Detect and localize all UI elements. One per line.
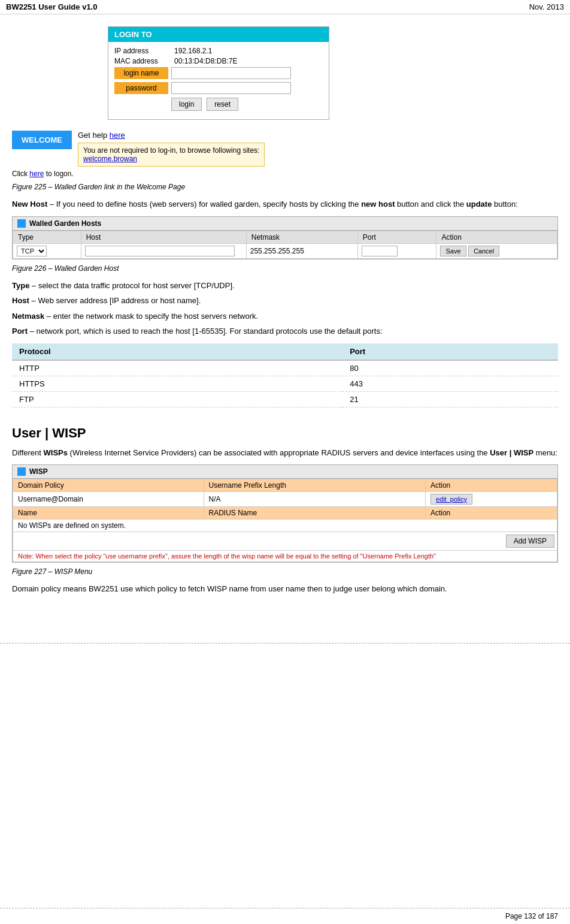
username-prefix-col: Username Prefix Length	[204, 479, 425, 492]
wg-hosts-data-row: TCP UDP 255.255.255.255 Save	[13, 243, 557, 258]
login-name-input[interactable]	[171, 67, 291, 79]
protocol-thead-row: Protocol Port	[12, 343, 558, 360]
wisp-widget: WISP Domain Policy Username Prefix Lengt…	[12, 464, 558, 563]
ip-value: 192.168.2.1	[174, 47, 212, 55]
row-type: TCP UDP	[13, 243, 81, 258]
mac-row: MAC address 00:13:D4:D8:DB:7E	[114, 57, 323, 65]
protocol-cell: FTP	[12, 391, 342, 407]
port-input[interactable]	[362, 246, 398, 256]
wisp-subheader-row: Name RADIUS Name Action	[13, 507, 557, 520]
definitions-list: Type – select the data traffic protocol …	[12, 280, 558, 337]
wg-hosts-table: Type Host Netmask Port Action TCP UDP	[13, 231, 557, 259]
reset-button[interactable]: reset	[207, 98, 238, 111]
row-host	[81, 243, 246, 258]
figure226-caption: Figure 226 – Walled Garden Host	[12, 264, 558, 273]
protocol-cell: HTTPS	[12, 376, 342, 391]
wisp-note: Note: When select the policy "use userna…	[13, 551, 557, 562]
port-col-header: Port	[342, 343, 558, 360]
name-col: Name	[13, 507, 204, 520]
wisp-table: Domain Policy Username Prefix Length Act…	[13, 479, 557, 562]
col-netmask: Netmask	[246, 231, 357, 243]
login-widget-header: LOGIN TO	[108, 27, 329, 42]
add-wisp-button[interactable]: Add WISP	[506, 535, 554, 548]
cancel-button[interactable]: Cancel	[468, 246, 499, 256]
click-here-link[interactable]: here	[29, 170, 44, 178]
wisps-bold: WISPs	[44, 448, 68, 457]
get-help-text: Get help	[78, 131, 107, 140]
protocol-row: HTTPS443	[12, 376, 558, 391]
edit-policy-button[interactable]: edit_policy	[430, 494, 472, 505]
prefix-value: N/A	[204, 492, 425, 507]
welcome-container: WELCOME Get help here You are not requir…	[12, 131, 558, 167]
page-info: Page 132 of 187	[505, 912, 558, 920]
port-def: Port – network port, which is used to re…	[12, 325, 558, 337]
page-header: BW2251 User Guide v1.0 Nov. 2013	[0, 0, 570, 14]
password-label: password	[114, 82, 168, 94]
row-port	[357, 243, 436, 258]
help-here-link[interactable]: here	[110, 131, 125, 140]
click-here-row: Click here to logon.	[12, 170, 558, 178]
login-widget-body: IP address 192.168.2.1 MAC address 00:13…	[108, 42, 329, 119]
new-host-bold: New Host	[12, 200, 47, 209]
protocol-table: Protocol Port HTTP80HTTPS443FTP21	[12, 343, 558, 407]
wisp-title: WISP	[29, 467, 48, 476]
col-port: Port	[357, 231, 436, 243]
click-suffix: to logon.	[46, 170, 74, 178]
no-wisp-text: No WISPs are defined on system.	[13, 520, 557, 532]
wg-hosts-icon	[17, 219, 26, 228]
protocol-row: FTP21	[12, 391, 558, 407]
login-buttons: login reset	[171, 98, 323, 111]
doc-date: Nov. 2013	[529, 2, 564, 11]
tcp-select[interactable]: TCP UDP	[17, 246, 47, 256]
mac-label: MAC address	[114, 57, 174, 65]
host-text: Web server address [IP address or host n…	[38, 296, 201, 305]
wisp-no-wisp-row: No WISPs are defined on system.	[13, 520, 557, 532]
login-widget: LOGIN TO IP address 192.168.2.1 MAC addr…	[108, 26, 329, 120]
ip-label: IP address	[114, 47, 174, 55]
action2-col: Action	[425, 507, 557, 520]
new-host-paragraph: New Host – If you need to define hosts (…	[12, 198, 558, 210]
col-type: Type	[13, 231, 81, 243]
port-text: network port, which is used to reach the…	[36, 327, 382, 336]
user-wisp-heading: User | WISP	[12, 425, 558, 441]
type-label: Type	[12, 281, 29, 290]
wg-hosts-thead-row: Type Host Netmask Port Action	[13, 231, 557, 243]
password-row: password	[114, 82, 323, 94]
wisp-thead-row1: Domain Policy Username Prefix Length Act…	[13, 479, 557, 492]
save-button[interactable]: Save	[440, 246, 466, 256]
domain-policy-col: Domain Policy	[13, 479, 204, 492]
row-action: Save Cancel	[436, 243, 557, 258]
login-name-row: login name	[114, 67, 323, 79]
domain-policy-paragraph: Domain policy means BW2251 use which pol…	[12, 583, 558, 595]
port-cell: 21	[342, 391, 558, 407]
notice-text: You are not required to log-in, to brows…	[83, 146, 259, 155]
port-cell: 80	[342, 360, 558, 376]
netmask-text: enter the network mask to specify the ho…	[53, 312, 258, 321]
main-content: LOGIN TO IP address 192.168.2.1 MAC addr…	[0, 14, 570, 625]
wisp-data-row1: Username@Domain N/A edit_policy	[13, 492, 557, 507]
host-input[interactable]	[85, 246, 235, 256]
welcome-browan-link[interactable]: welcome.browan	[83, 155, 137, 163]
user-wisp-paragraph: Different WISPs (Wireless Internet Servi…	[12, 447, 558, 459]
protocol-row: HTTP80	[12, 360, 558, 376]
wg-hosts-header: Walled Garden Hosts	[13, 217, 557, 231]
login-button[interactable]: login	[171, 98, 202, 111]
password-input[interactable]	[171, 82, 291, 94]
protocol-cell: HTTP	[12, 360, 342, 376]
type-text: select the data traffic protocol for hos…	[38, 281, 235, 290]
col-host: Host	[81, 231, 246, 243]
netmask-label: Netmask	[12, 312, 44, 321]
wisp-note-row: Note: When select the policy "use userna…	[13, 551, 557, 562]
type-def: Type – select the data traffic protocol …	[12, 280, 558, 292]
login-name-label: login name	[114, 67, 168, 79]
host-label: Host	[12, 296, 29, 305]
welcome-label: WELCOME	[12, 131, 72, 149]
wg-hosts-title: Walled Garden Hosts	[29, 219, 101, 228]
figure227-caption: Figure 227 – WISP Menu	[12, 567, 558, 576]
new-host-bold2: new host	[361, 200, 395, 209]
doc-title: BW2251 User Guide v1.0	[6, 2, 97, 11]
port-cell: 443	[342, 376, 558, 391]
figure225-caption: Figure 225 – Walled Garden link in the W…	[12, 183, 558, 191]
wisp-header: WISP	[13, 465, 557, 479]
user-wisp-bold: User | WISP	[490, 448, 533, 457]
